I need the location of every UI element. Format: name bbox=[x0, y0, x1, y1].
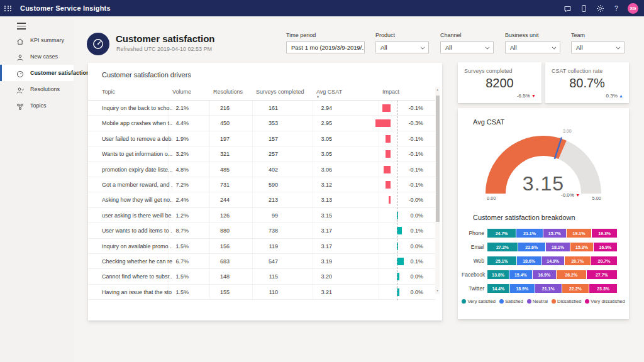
sidebar-item-customer-satisfaction[interactable]: Customer satisfaction bbox=[0, 65, 74, 81]
segment-neutral[interactable]: 15.7% bbox=[543, 229, 566, 238]
settings-icon[interactable] bbox=[592, 0, 608, 16]
table-row[interactable]: User wants to add items to ...8.7%880738… bbox=[88, 223, 436, 238]
table-row[interactable]: Checking whether he can re...6.7%6835473… bbox=[88, 254, 436, 269]
segment-satisfied[interactable]: 18.9% bbox=[510, 284, 535, 293]
legend-item-satisfied[interactable]: Satisfied bbox=[499, 299, 523, 304]
avatar[interactable]: XG bbox=[628, 3, 638, 14]
cell-topic: Mobile app crashes when t... bbox=[102, 120, 172, 126]
chevron-down-icon bbox=[616, 45, 621, 50]
column-header-avg-csat[interactable]: Avg CSAT bbox=[316, 89, 342, 95]
table-header-row: TopicVolumeResolutionsSurveys completedA… bbox=[88, 85, 436, 101]
segment-very-satisfied[interactable]: 14.4% bbox=[487, 284, 509, 293]
segment-very-satisfied[interactable]: 25.1% bbox=[487, 256, 516, 265]
sidebar-item-resolutions[interactable]: Resolutions bbox=[0, 81, 74, 97]
cell-avg-csat: 3.20 bbox=[321, 273, 332, 280]
segment-dissatisfied[interactable]: 19.1% bbox=[567, 229, 592, 238]
table-row[interactable]: Cannot find where to subsr...1.5%1481153… bbox=[88, 269, 436, 284]
legend-label: Dissatisfied bbox=[557, 299, 581, 304]
impact-bar bbox=[389, 196, 391, 204]
segment-very-dissatisfied[interactable]: 20.7% bbox=[591, 256, 617, 265]
filter-select-business-unit[interactable]: All bbox=[505, 41, 560, 53]
table-row[interactable]: user asking is there weill be...1.2%1269… bbox=[88, 208, 436, 223]
cell-resolutions: 197 bbox=[220, 136, 230, 142]
segment-neutral[interactable]: 21.1% bbox=[535, 284, 562, 293]
sidebar-item-label: New cases bbox=[30, 53, 58, 60]
column-header-surveys-completed[interactable]: Surveys completed bbox=[256, 89, 304, 95]
segment-neutral[interactable]: 14.9% bbox=[542, 256, 564, 265]
waffle-icon[interactable] bbox=[0, 0, 16, 16]
cell-surveys-completed: 157 bbox=[269, 136, 278, 142]
column-header-topic[interactable]: Topic bbox=[102, 89, 115, 95]
segment-satisfied[interactable]: 15.4% bbox=[509, 270, 532, 279]
filter-select-channel[interactable]: All bbox=[440, 41, 494, 53]
segment-satisfied[interactable]: 18.6% bbox=[517, 256, 541, 265]
legend-item-very-satisfied[interactable]: Very satisfied bbox=[462, 299, 496, 304]
legend-dot-icon bbox=[462, 299, 466, 304]
cell-surveys-completed: 590 bbox=[269, 182, 278, 188]
help-icon[interactable]: ? bbox=[608, 0, 625, 16]
column-header-resolutions[interactable]: Resolutions bbox=[213, 89, 243, 95]
table-row[interactable]: Wants to get information o...3.2%3212573… bbox=[88, 146, 436, 162]
segment-very-satisfied[interactable]: 13.8% bbox=[487, 270, 509, 279]
legend-item-neutral[interactable]: Neutral bbox=[527, 299, 548, 304]
segment-neutral[interactable]: 18.1% bbox=[546, 243, 570, 251]
filter-select-time-period[interactable]: Past 1 mo (2019/3/9-2019/... bbox=[286, 41, 365, 53]
scroll-up-icon[interactable]: ▲ bbox=[435, 87, 440, 93]
segment-very-satisfied[interactable]: 27.2% bbox=[487, 243, 518, 251]
cell-avg-csat: 3.19 bbox=[321, 258, 332, 265]
table-row[interactable]: Got a member reward, and ...7.2%7315903.… bbox=[88, 177, 436, 192]
cell-resolutions: 450 bbox=[220, 120, 230, 126]
filter-select-product[interactable]: All bbox=[375, 41, 429, 53]
legend-item-very-dissatisfied[interactable]: Very dissatisfied bbox=[585, 299, 625, 304]
gauge-min-label: 0.00 bbox=[487, 195, 496, 201]
legend-item-dissatisfied[interactable]: Dissatisfied bbox=[552, 299, 581, 304]
segment-dissatisfied[interactable]: 26.2% bbox=[557, 270, 586, 279]
gauge-value: 3.15 bbox=[458, 172, 629, 195]
mobile-icon[interactable] bbox=[575, 0, 592, 16]
segment-dissatisfied[interactable]: 22.2% bbox=[562, 284, 589, 293]
segment-very-dissatisfied[interactable]: 19.3% bbox=[592, 229, 617, 238]
chevron-down-icon bbox=[486, 45, 490, 50]
table-row[interactable]: Inquiry on available promo ...1.5%156119… bbox=[88, 239, 436, 254]
segment-dissatisfied[interactable]: 15.3% bbox=[570, 243, 593, 251]
sidebar-item-kpi-summary[interactable]: KPI summary bbox=[0, 32, 74, 48]
kpi-value: 80.7% bbox=[545, 76, 629, 90]
table-row[interactable]: promotion expiry date liste...4.8%485402… bbox=[88, 162, 436, 177]
table-row[interactable]: User failed to remove a deb...1.9%197157… bbox=[88, 131, 436, 146]
table-row[interactable]: Asking how they will get no...2.4%244213… bbox=[88, 192, 436, 207]
cell-volume: 1.5% bbox=[175, 243, 189, 250]
segment-dissatisfied[interactable]: 20.7% bbox=[565, 256, 591, 265]
home-icon bbox=[16, 36, 24, 44]
table-row[interactable]: Mobile app crashes when t...4.4%4503532.… bbox=[88, 116, 436, 131]
breakdown-bar: 14.4%18.9%21.1%22.2%23.3% bbox=[487, 284, 617, 293]
filter-select-team[interactable]: All bbox=[571, 41, 625, 53]
column-header-impact[interactable]: Impact bbox=[382, 89, 399, 95]
column-header-volume[interactable]: Volume bbox=[172, 89, 191, 95]
segment-very-dissatisfied[interactable]: 16.9% bbox=[594, 243, 617, 251]
refreshed-timestamp: Refreshed UTC 2019-04-10 02:53 PM bbox=[116, 46, 212, 52]
cell-volume: 2.1% bbox=[175, 105, 189, 111]
segment-satisfied[interactable]: 21.1% bbox=[516, 229, 543, 238]
filter-team: TeamAll bbox=[571, 32, 625, 53]
impact-bar bbox=[386, 150, 391, 158]
sidebar-item-topics[interactable]: Topics bbox=[0, 97, 74, 114]
feedback-icon[interactable] bbox=[559, 0, 575, 16]
scroll-down-icon[interactable]: ▼ bbox=[435, 288, 440, 294]
cell-resolutions: 485 bbox=[220, 167, 230, 173]
app-title: Customer Service Insights bbox=[20, 4, 111, 12]
filter-label: Time period bbox=[286, 32, 365, 38]
segment-very-satisfied[interactable]: 24.7% bbox=[487, 229, 516, 238]
breakdown-category-label: Email bbox=[462, 244, 484, 250]
table-scrollbar[interactable]: ▲ ▼ bbox=[435, 87, 440, 294]
segment-satisfied[interactable]: 22.6% bbox=[518, 243, 545, 251]
hamburger-icon[interactable] bbox=[17, 21, 26, 28]
segment-neutral[interactable]: 16.9% bbox=[533, 270, 556, 279]
table-row[interactable]: Having an issue that the sto...1.5%15511… bbox=[88, 285, 436, 300]
segment-very-dissatisfied[interactable]: 23.3% bbox=[589, 284, 617, 293]
gauge-target-label: 3.00 bbox=[563, 129, 572, 133]
table-row[interactable]: Inquiry on the back to scho...2.1%216161… bbox=[88, 101, 436, 116]
scrollbar-thumb[interactable] bbox=[436, 96, 440, 222]
segment-very-dissatisfied[interactable]: 27.7% bbox=[587, 270, 617, 279]
waffle-grid bbox=[4, 6, 12, 11]
sidebar-item-new-cases[interactable]: New cases bbox=[0, 48, 74, 65]
